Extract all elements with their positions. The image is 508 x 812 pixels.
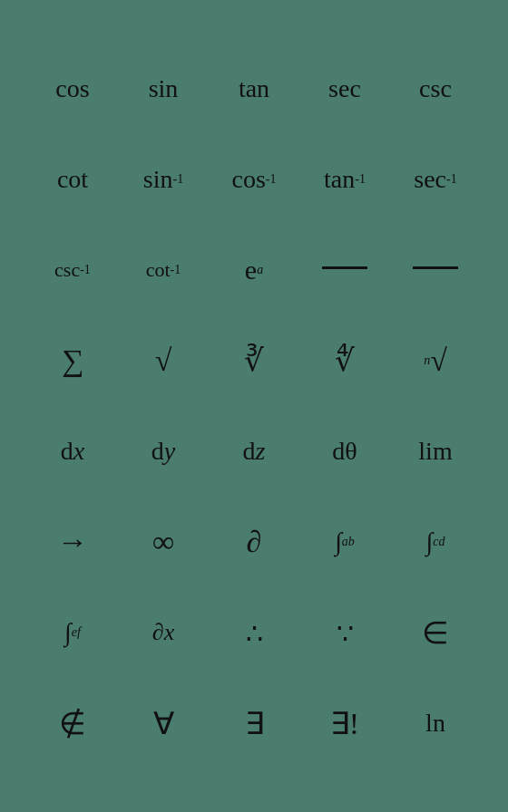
int-ef-button[interactable]: ∫ef — [27, 592, 118, 673]
cot-inv-button[interactable]: cot-1 — [118, 229, 209, 311]
therefore-button[interactable]: ∴ — [209, 592, 299, 673]
partial-button[interactable]: ∂ — [209, 501, 299, 583]
tan-button[interactable]: tan — [209, 48, 299, 130]
exists-button[interactable]: ∃ — [209, 682, 299, 764]
tan-inv-button[interactable]: tan-1 — [299, 139, 390, 220]
lim-button[interactable]: lim — [390, 411, 481, 492]
4thrt-button[interactable]: ∜ — [299, 320, 390, 401]
element-button[interactable]: ∈ — [390, 592, 481, 673]
csc-inv-button[interactable]: csc-1 — [27, 229, 118, 311]
sigma-button[interactable]: ∑ — [27, 320, 118, 401]
cos-inv-button[interactable]: cos-1 — [209, 139, 299, 220]
sin-inv-button[interactable]: sin-1 — [118, 139, 209, 220]
dtheta-button[interactable]: dθ — [299, 411, 390, 492]
dash1-button[interactable] — [299, 229, 390, 311]
csc-button[interactable]: csc — [390, 48, 481, 130]
sec-button[interactable]: sec — [299, 48, 390, 130]
cos-button[interactable]: cos — [27, 48, 118, 130]
arrow-button[interactable]: → — [27, 501, 118, 583]
exists-excl-button[interactable]: ∃! — [299, 682, 390, 764]
sec-inv-button[interactable]: sec-1 — [390, 139, 481, 220]
ln-button[interactable]: ln — [390, 682, 481, 764]
forall-button[interactable]: ∀ — [118, 682, 209, 764]
sqrt-button[interactable]: √ — [118, 320, 209, 401]
sin-button[interactable]: sin — [118, 48, 209, 130]
dz-button[interactable]: dz — [209, 411, 299, 492]
dash2-button[interactable] — [390, 229, 481, 311]
math-keyboard-grid: cossintanseccsccotsin-1cos-1tan-1sec-1cs… — [18, 30, 490, 782]
exp-button[interactable]: ea — [209, 229, 299, 311]
dy-button[interactable]: dy — [118, 411, 209, 492]
int-cd-button[interactable]: ∫cd — [390, 501, 481, 583]
because-button[interactable]: ∵ — [299, 592, 390, 673]
partial-x-button[interactable]: ∂x — [118, 592, 209, 673]
nthrt-button[interactable]: n√ — [390, 320, 481, 401]
dx-button[interactable]: dx — [27, 411, 118, 492]
cbrt-button[interactable]: ∛ — [209, 320, 299, 401]
int-ab-button[interactable]: ∫ab — [299, 501, 390, 583]
not-element-button[interactable]: ∉ — [27, 682, 118, 764]
inf-button[interactable]: ∞ — [118, 501, 209, 583]
cot-button[interactable]: cot — [27, 139, 118, 220]
